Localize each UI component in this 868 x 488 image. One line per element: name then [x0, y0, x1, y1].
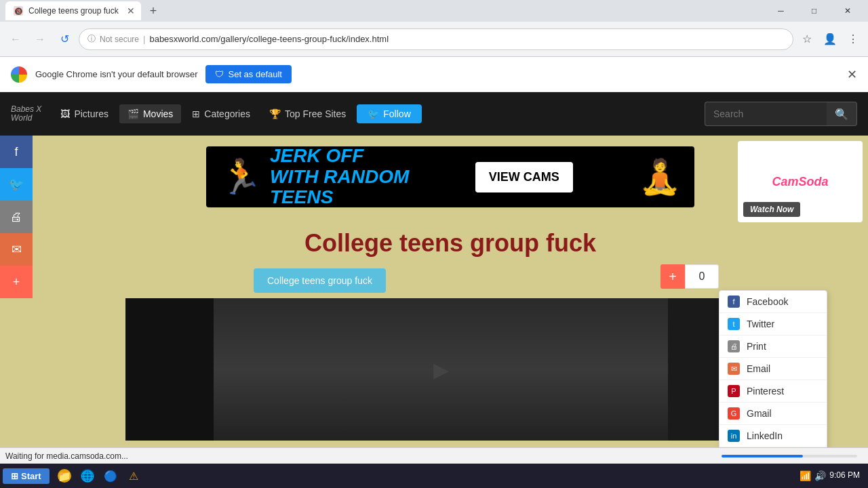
share-plus-btn[interactable]: + [660, 264, 685, 289]
share-print[interactable]: 🖨 Print [719, 336, 827, 358]
address-bar[interactable]: ⓘ Not secure | babesxworld.com/gallery/c… [79, 28, 793, 50]
nav-movies-label: Movies [143, 108, 173, 119]
start-label: Start [21, 471, 41, 481]
site-logo[interactable]: Babes X World [11, 105, 41, 123]
tab-strip: 🔞 College teens group fuck ✕ + [5, 0, 163, 22]
stick-figure-right: 🧘 [639, 157, 681, 197]
movies-icon: 🎬 [127, 108, 139, 119]
share-pinterest[interactable]: P Pinterest [719, 380, 827, 403]
share-gmail[interactable]: G Gmail [719, 403, 827, 425]
main-content: 🏃 JERK OFF WITH RANDOM TEENS VIEW CAMS 🧘… [33, 136, 868, 447]
stick-figure-left: 🏃 [220, 157, 262, 197]
bookmark-btn[interactable]: ☆ [797, 30, 816, 49]
taskbar-ie[interactable]: 🌐 [77, 466, 98, 486]
nav-categories[interactable]: ⊞ Categories [184, 104, 258, 123]
status-text: Waiting for media.camsoda.com... [5, 451, 722, 461]
video-main-panel[interactable]: ▶ [214, 298, 668, 441]
gmail-label: Gmail [747, 408, 772, 419]
video-left-placeholder [125, 298, 214, 441]
pictures-icon: 🖼 [60, 108, 70, 119]
follow-btn[interactable]: 🐦 Follow [357, 104, 421, 123]
share-facebook[interactable]: f Facebook [719, 291, 827, 313]
taskbar-explorer[interactable]: 📁 [54, 466, 75, 486]
linkedin-label: LinkedIn [747, 430, 783, 441]
minimize-btn[interactable]: ─ [766, 1, 796, 20]
top-sites-icon: 🏆 [269, 108, 281, 119]
page-title: College teens group fuck [304, 229, 596, 258]
gmail-icon: G [728, 407, 740, 420]
new-tab-btn[interactable]: + [144, 1, 163, 20]
url-text: babesxworld.com/gallery/college-teens-gr… [149, 34, 389, 44]
search-btn[interactable]: 🔍 [827, 102, 857, 126]
active-tab[interactable]: 🔞 College teens group fuck ✕ [5, 1, 141, 20]
gallery-btn-area: College teens group fuck [254, 268, 647, 293]
tray-network-icon: 📶 [800, 470, 810, 481]
nav-top-sites-label: Top Free Sites [285, 108, 346, 119]
close-default-bar-btn[interactable]: ✕ [847, 67, 857, 82]
default-browser-bar: Google Chrome isn't your default browser… [0, 57, 868, 92]
share-email[interactable]: ✉ Email [719, 358, 827, 380]
set-default-btn[interactable]: 🛡 Set as default [205, 65, 292, 83]
url-separator: | [143, 34, 145, 44]
account-btn[interactable]: 👤 [821, 30, 840, 49]
maximize-btn[interactable]: □ [799, 1, 829, 20]
taskbar-chrome[interactable]: 🔵 [100, 466, 121, 486]
site-header: Babes X World 🖼 Pictures 🎬 Movies ⊞ Cate… [0, 92, 868, 136]
taskbar-items: 📁 🌐 🔵 ⚠ [54, 466, 144, 486]
camsoda-widget[interactable]: CamSoda Watch Now [738, 141, 863, 222]
nav-pictures[interactable]: 🖼 Pictures [52, 104, 117, 123]
print-label: Print [747, 341, 766, 352]
taskbar-warning[interactable]: ⚠ [123, 466, 144, 486]
tray-volume-icon: 🔊 [814, 470, 825, 481]
share-twitter[interactable]: t Twitter [719, 313, 827, 336]
progress-fill [722, 455, 803, 458]
tab-close-btn[interactable]: ✕ [127, 5, 135, 16]
nav-movies[interactable]: 🎬 Movies [119, 104, 181, 123]
email-share-btn[interactable]: ✉ [0, 233, 33, 266]
title-bar: 🔞 College teens group fuck ✕ + ─ □ ✕ [0, 0, 868, 22]
ie-icon: 🌐 [81, 469, 94, 483]
system-clock: 9:06 PM [829, 470, 860, 481]
set-default-label: Set as default [228, 69, 282, 79]
email-label: Email [747, 363, 770, 374]
twitter-share-icon: t [728, 318, 740, 330]
video-area[interactable]: ▶ [125, 298, 743, 441]
status-bar: Waiting for media.camsoda.com... [0, 447, 868, 464]
nav-pictures-label: Pictures [74, 108, 108, 119]
social-sidebar: f 🐦 🖨 ✉ + [0, 136, 33, 298]
banner-text: JERK OFF WITH RANDOM TEENS [270, 146, 409, 207]
close-btn[interactable]: ✕ [832, 1, 863, 20]
follow-label: Follow [383, 108, 410, 119]
nav-top-free-sites[interactable]: 🏆 Top Free Sites [261, 104, 354, 123]
back-btn[interactable]: ← [5, 29, 26, 49]
print-btn[interactable]: 🖨 [0, 201, 33, 233]
twitter-label: Twitter [747, 319, 774, 329]
reload-btn[interactable]: ↺ [54, 29, 75, 49]
taskbar: ⊞ Start 📁 🌐 🔵 ⚠ 📶 🔊 9:06 PM [0, 464, 868, 488]
system-tray: 📶 🔊 9:06 PM [800, 470, 865, 481]
gallery-btn[interactable]: College teens group fuck [254, 268, 386, 293]
banner-ad[interactable]: 🏃 JERK OFF WITH RANDOM TEENS VIEW CAMS 🧘 [206, 146, 694, 207]
nav-bar: ← → ↺ ⓘ Not secure | babesxworld.com/gal… [0, 22, 868, 57]
more-share-btn[interactable]: + [0, 266, 33, 298]
windows-icon: ⊞ [11, 471, 18, 481]
share-count: 0 [685, 264, 719, 289]
search-input[interactable] [705, 102, 827, 126]
right-sidebar: CamSoda Watch Now [732, 136, 868, 228]
watch-now-btn[interactable]: Watch Now [743, 202, 800, 217]
facebook-share-btn[interactable]: f [0, 136, 33, 168]
share-linkedin[interactable]: in LinkedIn [719, 425, 827, 447]
start-btn[interactable]: ⊞ Start [3, 468, 50, 484]
default-browser-message: Google Chrome isn't your default browser [35, 69, 197, 79]
camsoda-logo: CamSoda [772, 175, 828, 189]
forward-btn[interactable]: → [30, 29, 50, 49]
nav-categories-label: Categories [204, 108, 250, 119]
video-left-panel [125, 298, 214, 441]
banner-line1: JERK OFF [270, 146, 409, 167]
twitter-share-btn[interactable]: 🐦 [0, 168, 33, 201]
video-frame: ▶ [214, 298, 668, 441]
chrome-icon: 🔵 [104, 469, 117, 483]
print-icon: 🖨 [728, 340, 740, 352]
chrome-menu-btn[interactable]: ⋮ [844, 30, 863, 49]
view-cams-btn[interactable]: VIEW CAMS [475, 162, 573, 192]
